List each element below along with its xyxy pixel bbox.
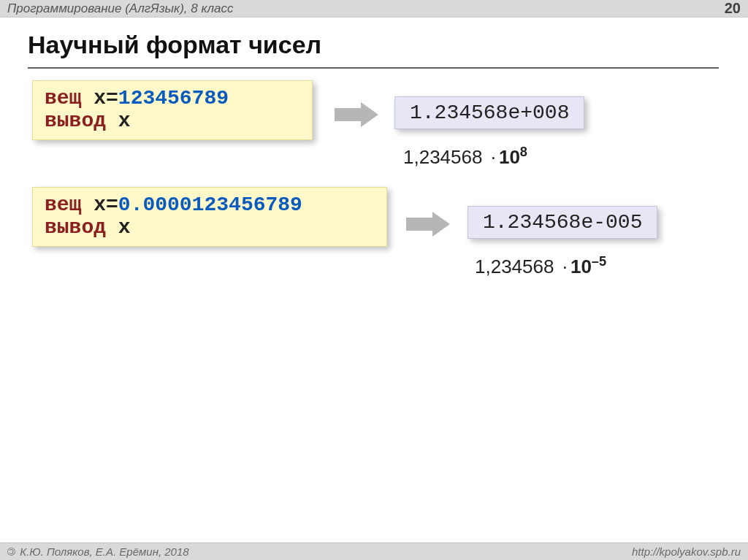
output-text: 1.234568e+008 <box>410 101 569 124</box>
code-literal: 123456789 <box>118 87 229 110</box>
code-var: x <box>94 87 106 110</box>
code-box-1: вещ x=123456789 вывод x <box>32 80 313 140</box>
math-notation-2: 1,234568 ·10–5 <box>475 254 606 278</box>
math-exponent: 8 <box>520 145 527 159</box>
code-box-2: вещ x=0.0000123456789 вывод x <box>32 187 387 247</box>
code-var: x <box>118 216 131 239</box>
arrow-icon <box>335 102 378 127</box>
title-underline <box>28 67 719 69</box>
equals-sign: = <box>106 193 118 216</box>
math-base: 10 <box>570 256 592 277</box>
math-mantissa: 1,234568 <box>403 146 482 168</box>
footer-url: http://kpolyakov.spb.ru <box>632 545 741 558</box>
keyword-type: вещ <box>45 193 81 216</box>
arrow-icon <box>406 212 450 237</box>
code-literal: 0.0000123456789 <box>118 193 302 216</box>
footer-bar: © К.Ю. Поляков, Е.А. Ерёмин, 2018 http:/… <box>0 542 748 560</box>
equals-sign: = <box>106 87 118 110</box>
keyword-output: вывод <box>45 216 106 239</box>
page-number: 20 <box>725 0 741 17</box>
slide: Программирование (АлгЯзык), 8 класс 20 Н… <box>0 0 748 560</box>
code-line: вещ x=0.0000123456789 <box>45 193 375 216</box>
breadcrumb: Программирование (АлгЯзык), 8 класс <box>7 1 234 16</box>
footer-copyright: © К.Ю. Поляков, Е.А. Ерёмин, 2018 <box>7 545 189 558</box>
code-line: вещ x=123456789 <box>45 87 300 110</box>
keyword-type: вещ <box>45 87 81 110</box>
math-mantissa: 1,234568 <box>475 256 554 277</box>
output-text: 1.234568e-005 <box>483 211 642 234</box>
output-box-2: 1.234568e-005 <box>468 206 657 239</box>
page-title: Научный формат чисел <box>28 31 321 59</box>
output-box-1: 1.234568e+008 <box>394 96 584 129</box>
code-line: вывод x <box>45 110 300 132</box>
copyleft-icon: © <box>7 545 15 558</box>
math-dot: · <box>560 256 570 277</box>
math-dot: · <box>488 146 499 168</box>
header-bar: Программирование (АлгЯзык), 8 класс 20 <box>0 0 748 18</box>
math-base: 10 <box>499 146 520 168</box>
code-var: x <box>118 110 131 132</box>
code-var: x <box>94 193 106 216</box>
math-notation-1: 1,234568 ·108 <box>403 145 527 169</box>
keyword-output: вывод <box>45 110 106 132</box>
math-exponent: –5 <box>592 254 606 269</box>
code-line: вывод x <box>45 216 375 239</box>
